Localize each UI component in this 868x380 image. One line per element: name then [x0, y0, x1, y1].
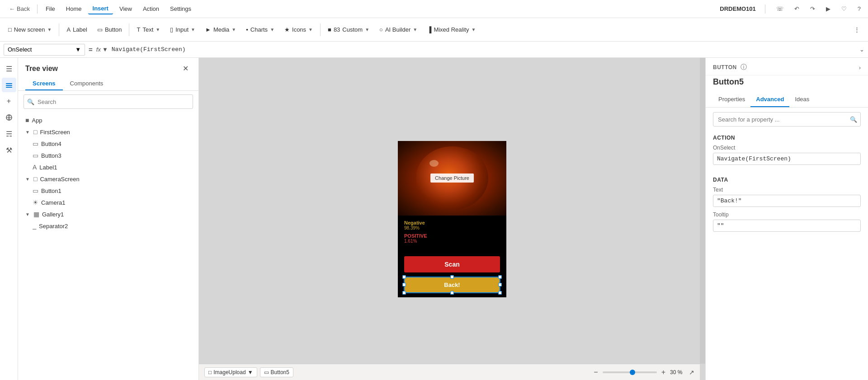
handle-middle-left[interactable] — [402, 283, 406, 286]
handle-bottom-left[interactable] — [402, 291, 406, 295]
menu-action[interactable]: Action — [138, 4, 164, 14]
tree-view-title: Tree view — [25, 65, 58, 73]
zoom-slider[interactable] — [603, 371, 657, 373]
back-button-selected-wrapper: Back! — [404, 277, 500, 293]
tree-item-button1[interactable]: ▭ Button1 — [18, 185, 198, 197]
sidebar-icon-connections[interactable]: ☴ — [2, 127, 16, 141]
tree-tab-screens[interactable]: Screens — [25, 77, 63, 90]
tree-tabs: Screens Components — [18, 77, 198, 91]
media-chevron: ▼ — [231, 27, 236, 32]
tree-item-app[interactable]: ■ App — [18, 114, 198, 126]
formula-fx-button[interactable]: fx ▼ — [96, 46, 108, 53]
menu-view[interactable]: View — [115, 4, 137, 14]
tree-item-camera1[interactable]: ☀ Camera1 — [18, 197, 198, 208]
tree-item-button3[interactable]: ▭ Button3 — [18, 150, 198, 161]
prop-tab-properties[interactable]: Properties — [713, 92, 750, 107]
label-button[interactable]: A Label — [62, 23, 91, 36]
prop-onselect-label: OnSelect — [713, 145, 861, 151]
charts-chevron: ▼ — [270, 27, 274, 32]
handle-top-right[interactable] — [498, 275, 502, 279]
tree-search-area: 🔍 — [18, 91, 198, 113]
zoom-out-button[interactable]: − — [592, 367, 599, 377]
menu-file[interactable]: File — [41, 4, 60, 14]
sidebar-icon-layers[interactable] — [2, 78, 16, 92]
tree-close-button[interactable]: ✕ — [180, 63, 191, 74]
zoom-slider-thumb[interactable] — [630, 370, 635, 375]
scan-button[interactable]: Scan — [404, 256, 500, 272]
text-icon: T — [137, 26, 140, 33]
handle-bottom-right[interactable] — [498, 291, 502, 295]
prop-tooltip-input[interactable] — [713, 220, 861, 232]
handle-bottom-center[interactable] — [450, 291, 454, 295]
text-button[interactable]: T Text ▼ — [132, 23, 165, 36]
menu-insert[interactable]: Insert — [88, 3, 113, 14]
menu-settings[interactable]: Settings — [165, 4, 196, 14]
tree-item-gallery1[interactable]: ▼ ▦ Gallery1 — [18, 208, 198, 220]
handle-top-center[interactable] — [450, 275, 454, 279]
button-button[interactable]: ▭ Button — [93, 23, 127, 36]
breadcrumb-button5[interactable]: ▭ Button5 — [260, 367, 293, 377]
tree-item-button4[interactable]: ▭ Button4 — [18, 138, 198, 150]
help-icon[interactable]: ? — [856, 4, 863, 14]
button3-icon: ▭ — [33, 152, 38, 159]
sidebar-icon-add[interactable]: + — [2, 94, 16, 108]
custom-button[interactable]: ■ 83 Custom ▼ — [323, 23, 374, 36]
change-picture-button[interactable]: Change Picture — [430, 174, 474, 183]
tree-item-separator2[interactable]: ⎯ Separator2 — [18, 220, 198, 232]
camera1-icon: ☀ — [33, 199, 38, 206]
tree-item-button4-label: Button4 — [41, 141, 191, 147]
mixed-reality-button[interactable]: ▐ Mixed Reality ▼ — [423, 23, 480, 36]
media-button[interactable]: ► Media ▼ — [201, 23, 241, 36]
formula-selector[interactable]: OnSelect ▼ — [4, 44, 85, 56]
prop-text-input[interactable] — [713, 195, 861, 207]
gallery1-chevron-icon: ▼ — [25, 212, 30, 217]
back-phone-button[interactable]: Back! — [404, 277, 500, 293]
tree-tab-components[interactable]: Components — [63, 77, 111, 90]
formula-expand-icon[interactable]: ⌄ — [859, 46, 864, 53]
tree-item-camerascreen[interactable]: ▼ □ CameraScreen — [18, 173, 198, 185]
prop-header: BUTTON ⓘ › — [706, 58, 868, 75]
zoom-expand-button[interactable]: ↗ — [689, 369, 694, 376]
prop-tab-advanced[interactable]: Advanced — [750, 92, 789, 107]
new-screen-button[interactable]: □ New screen ▼ — [4, 23, 56, 36]
prop-expand-icon[interactable]: › — [859, 64, 861, 71]
breadcrumb-image-upload[interactable]: □ ImageUpload ▼ — [204, 367, 257, 377]
tree-item-gallery1-label: Gallery1 — [42, 211, 191, 218]
toolbar-expand-button[interactable]: ⋮ — [849, 23, 864, 36]
prop-tab-ideas[interactable]: Ideas — [789, 92, 815, 107]
gallery1-icon: ▦ — [33, 211, 39, 218]
charts-button[interactable]: ▪ Charts ▼ — [241, 23, 279, 36]
handle-top-left[interactable] — [402, 275, 406, 279]
vertical-scrollbar[interactable] — [700, 58, 705, 364]
custom-count: 83 — [334, 26, 340, 33]
sidebar-icon-tools[interactable]: ⚒ — [2, 143, 16, 157]
play-icon[interactable]: ▶ — [824, 4, 832, 14]
ai-builder-button[interactable]: ○ AI Builder ▼ — [375, 23, 422, 36]
prop-component-name: Button5 — [706, 75, 868, 92]
menu-home[interactable]: Home — [61, 4, 86, 14]
tree-item-label1[interactable]: A Label1 — [18, 161, 198, 173]
handle-middle-right[interactable] — [498, 283, 502, 286]
prop-tooltip-field: Tooltip — [713, 211, 861, 232]
prop-onselect-input[interactable] — [713, 153, 861, 165]
prop-search-input[interactable] — [713, 112, 861, 127]
menu-divider-2 — [765, 5, 765, 14]
tree-search-input[interactable] — [24, 94, 193, 109]
input-button[interactable]: ▯ Input ▼ — [165, 23, 200, 36]
undo-icon[interactable]: ↶ — [793, 4, 801, 14]
sidebar-icon-menu[interactable]: ☰ — [2, 61, 16, 76]
phone-mockup: Change Picture Negative 98.39% POSITIVE … — [398, 141, 506, 297]
redo-icon[interactable]: ↷ — [808, 4, 817, 14]
icon-sidebar: ☰ + ☴ ⚒ — [0, 58, 18, 380]
prop-help-icon[interactable]: ⓘ — [741, 63, 747, 71]
call-icon[interactable]: ☏ — [774, 4, 785, 14]
sidebar-icon-data[interactable] — [2, 110, 16, 125]
formula-input[interactable] — [112, 44, 852, 56]
icons-button[interactable]: ★ Icons ▼ — [280, 23, 317, 36]
back-button[interactable]: ← Back — [5, 4, 33, 14]
user-icon[interactable]: ♡ — [840, 4, 849, 14]
toolbar-sep-2 — [129, 23, 129, 36]
zoom-in-button[interactable]: + — [660, 367, 667, 377]
camerascreen-icon: □ — [33, 175, 37, 183]
tree-item-firstscreen[interactable]: ▼ □ FirstScreen — [18, 126, 198, 138]
